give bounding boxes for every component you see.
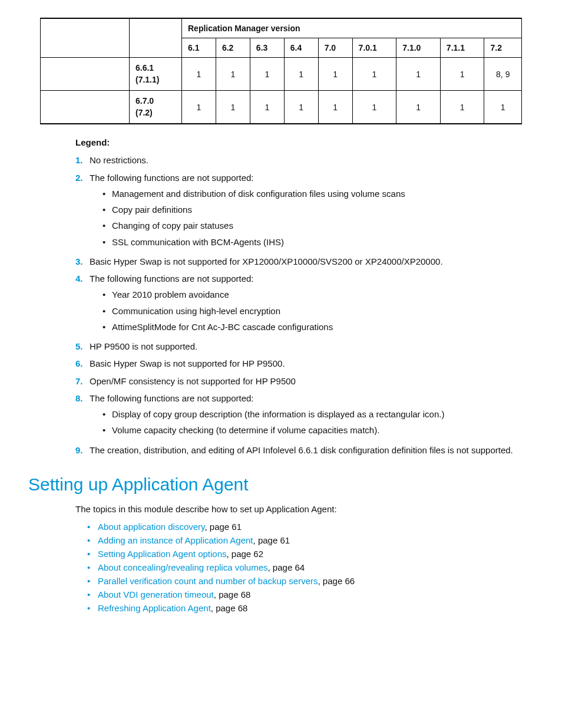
topic-link-item: About VDI generation timeout, page 68 (87, 589, 522, 599)
legend-item: 2.The following functions are not suppor… (75, 171, 522, 251)
legend-number: 9. (75, 443, 90, 457)
col-6-4: 6.4 (284, 38, 318, 58)
legend-item: 8.The following functions are not suppor… (75, 391, 522, 440)
topic-link[interactable]: About VDI generation timeout (98, 589, 214, 599)
topic-link-item: Setting Application Agent options, page … (87, 549, 522, 559)
topic-link[interactable]: Adding an instance of Application Agent (98, 535, 253, 545)
legend-body: The following functions are not supporte… (90, 272, 522, 336)
legend-sub-item: Year 2010 problem avoidance (103, 288, 522, 301)
legend-sub-item: Display of copy group description (the i… (103, 407, 522, 421)
col-7-0-1: 7.0.1 (352, 38, 396, 58)
legend-sub-item: Volume capacity checking (to determine i… (103, 423, 522, 437)
topic-link-item: About application discovery, page 61 (87, 522, 522, 532)
legend-sub-item: Management and distribution of disk conf… (103, 187, 522, 200)
legend-item: 6.Basic Hyper Swap is not supported for … (75, 357, 522, 370)
legend-number: 7. (75, 374, 90, 388)
legend-body: The following functions are not supporte… (90, 171, 522, 251)
topic-link[interactable]: About concealing/revealing replica volum… (98, 562, 268, 572)
col-7-1-1: 7.1.1 (440, 38, 484, 58)
legend-body: Basic Hyper Swap is not supported for XP… (90, 255, 522, 268)
col-6-3: 6.3 (250, 38, 284, 58)
legend-sub-item: AttimeSplitMode for Cnt Ac-J-BC cascade … (103, 320, 522, 334)
topic-link[interactable]: Parallel verification count and number o… (98, 576, 318, 586)
table-row: 6.6.1(7.1.1) 1 1 1 1 1 1 1 1 8, 9 (41, 58, 522, 91)
legend-item: 1.No restrictions. (75, 153, 522, 167)
col-6-1: 6.1 (182, 38, 216, 58)
topic-link-item: About concealing/revealing replica volum… (87, 562, 522, 572)
legend-sub-item: Copy pair definitions (103, 203, 522, 216)
col-6-2: 6.2 (216, 38, 250, 58)
legend-number: 4. (75, 272, 90, 336)
legend-title: Legend: (75, 137, 522, 147)
legend-body: No restrictions. (90, 153, 522, 167)
topic-link-item: Refreshing Application Agent, page 68 (87, 603, 522, 613)
legend-sub-item: Communication using high-level encryptio… (103, 304, 522, 318)
legend-item: 5.HP P9500 is not supported. (75, 340, 522, 353)
legend-number: 1. (75, 153, 90, 167)
col-7-2: 7.2 (484, 38, 522, 58)
topic-link[interactable]: About application discovery (98, 522, 205, 532)
topic-link-item: Parallel verification count and number o… (87, 576, 522, 586)
table-row: 6.7.0(7.2) 1 1 1 1 1 1 1 1 1 (41, 91, 522, 124)
legend-item: 3.Basic Hyper Swap is not supported for … (75, 255, 522, 268)
topic-links: About application discovery, page 61Addi… (87, 522, 522, 613)
legend-number: 5. (75, 340, 90, 353)
section-intro: The topics in this module describe how t… (75, 503, 522, 516)
legend-item: 4.The following functions are not suppor… (75, 272, 522, 336)
topic-link-item: Adding an instance of Application Agent,… (87, 535, 522, 545)
legend-body: HP P9500 is not supported. (90, 340, 522, 353)
legend-sub-item: Changing of copy pair statuses (103, 219, 522, 232)
legend-body: Open/MF consistency is not supported for… (90, 374, 522, 388)
legend-sub-item: SSL communication with BCM-Agents (IHS) (103, 235, 522, 249)
section-heading: Setting up Application Agent (28, 475, 522, 495)
legend-number: 6. (75, 357, 90, 370)
legend-body: Basic Hyper Swap is not supported for HP… (90, 357, 522, 370)
version-matrix-table: Replication Manager version 6.1 6.2 6.3 … (40, 18, 522, 124)
topic-link[interactable]: Refreshing Application Agent (98, 603, 211, 613)
legend-number: 8. (75, 391, 90, 440)
table-header-label: Replication Manager version (182, 18, 522, 38)
legend-item: 9.The creation, distribution, and editin… (75, 443, 522, 457)
legend-body: The creation, distribution, and editing … (90, 443, 522, 457)
col-7-1-0: 7.1.0 (396, 38, 441, 58)
legend-body: The following functions are not supporte… (90, 391, 522, 440)
legend-item: 7.Open/MF consistency is not supported f… (75, 374, 522, 388)
legend-block: Legend: 1.No restrictions.2.The followin… (75, 137, 522, 457)
topic-link[interactable]: Setting Application Agent options (98, 549, 227, 559)
legend-number: 2. (75, 171, 90, 251)
legend-number: 3. (75, 255, 90, 268)
col-7-0: 7.0 (318, 38, 352, 58)
